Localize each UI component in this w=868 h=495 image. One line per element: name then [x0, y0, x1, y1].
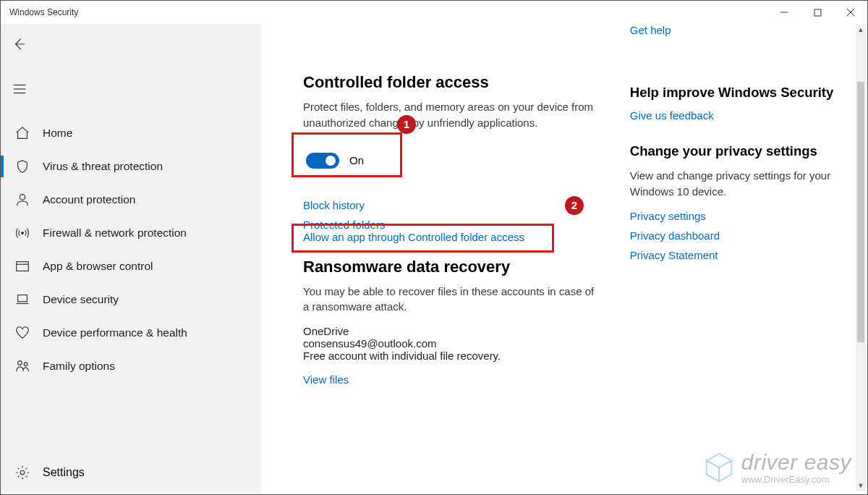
svg-point-14 [20, 470, 25, 475]
scroll-up-arrow[interactable]: ▲ [856, 24, 866, 35]
link-privacy-settings[interactable]: Privacy settings [630, 210, 867, 222]
shield-icon [12, 156, 33, 177]
titlebar: Windows Security [1, 1, 867, 24]
hamburger-button[interactable] [5, 75, 34, 103]
link-privacy-statement[interactable]: Privacy Statement [630, 249, 867, 261]
sidebar-item-label: Settings [43, 466, 85, 479]
content-area: Controlled folder access Protect files, … [261, 24, 867, 494]
account-name: OneDrive [303, 325, 598, 337]
scrollbar-thumb[interactable] [857, 82, 864, 342]
gear-icon [12, 462, 33, 483]
svg-point-7 [20, 195, 25, 200]
family-icon [12, 356, 33, 376]
link-block-history[interactable]: Block history [303, 199, 598, 211]
link-protected-folders[interactable]: Protected folders [303, 219, 598, 231]
maximize-button[interactable] [801, 1, 834, 24]
sidebar-item-label: Virus & threat protection [43, 160, 163, 173]
cfa-description: Protect files, folders, and memory areas… [303, 99, 598, 131]
link-get-help[interactable]: Get help [630, 24, 671, 36]
link-feedback[interactable]: Give us feedback [630, 109, 867, 122]
sidebar-item-device-security[interactable]: Device security [1, 283, 261, 316]
sidebar-item-account-protection[interactable]: Account protection [1, 183, 261, 216]
close-button[interactable] [834, 1, 867, 24]
laptop-icon [12, 289, 33, 310]
sidebar-item-label: App & browser control [43, 260, 153, 273]
svg-rect-9 [17, 262, 29, 271]
vertical-scrollbar[interactable]: ▲ ▼ [856, 24, 866, 491]
home-icon [12, 123, 33, 143]
sidebar-item-label: Family options [43, 360, 115, 373]
svg-rect-1 [814, 9, 821, 16]
ransom-title: Ransomware data recovery [303, 258, 598, 276]
sidebar-item-label: Device security [43, 293, 119, 306]
scroll-down-arrow[interactable]: ▼ [856, 480, 866, 491]
sidebar-item-device-performance[interactable]: Device performance & health [1, 316, 261, 350]
svg-point-12 [18, 361, 22, 365]
svg-rect-11 [18, 295, 27, 302]
privacy-desc: View and change privacy settings for you… [630, 168, 867, 200]
svg-point-8 [22, 232, 24, 234]
sidebar-item-family[interactable]: Family options [1, 350, 261, 383]
account-desc: Free account with individual file recove… [303, 350, 598, 362]
account-email: consensus49@outlook.com [303, 337, 598, 350]
improve-title: Help improve Windows Security [630, 85, 867, 101]
antenna-icon [12, 223, 33, 243]
window-icon [12, 256, 33, 276]
sidebar-item-settings[interactable]: Settings [1, 451, 261, 494]
svg-point-13 [24, 363, 27, 366]
sidebar-item-home[interactable]: Home [1, 117, 261, 150]
sidebar-item-label: Device performance & health [43, 326, 187, 339]
minimize-button[interactable] [767, 1, 801, 24]
sidebar-item-app-browser[interactable]: App & browser control [1, 250, 261, 283]
sidebar: Home Virus & threat protection Account p… [1, 24, 261, 494]
ransom-description: You may be able to recover files in thes… [303, 284, 598, 316]
privacy-title: Change your privacy settings [630, 143, 867, 159]
back-button[interactable] [5, 30, 34, 59]
sidebar-item-label: Account protection [43, 193, 135, 206]
link-allow-app[interactable]: Allow an app through Controlled folder a… [303, 231, 598, 243]
cfa-toggle[interactable] [306, 153, 339, 169]
sidebar-item-label: Home [43, 127, 72, 140]
link-privacy-dashboard[interactable]: Privacy dashboard [630, 229, 867, 242]
window-title: Windows Security [9, 7, 78, 17]
sidebar-item-virus-threat[interactable]: Virus & threat protection [1, 150, 261, 183]
page-title: Controlled folder access [303, 73, 598, 92]
sidebar-item-firewall[interactable]: Firewall & network protection [1, 216, 261, 250]
cfa-toggle-label: On [349, 154, 364, 166]
link-view-files[interactable]: View files [303, 373, 598, 386]
sidebar-item-label: Firewall & network protection [43, 227, 187, 240]
person-icon [12, 190, 33, 210]
heart-icon [12, 323, 33, 343]
